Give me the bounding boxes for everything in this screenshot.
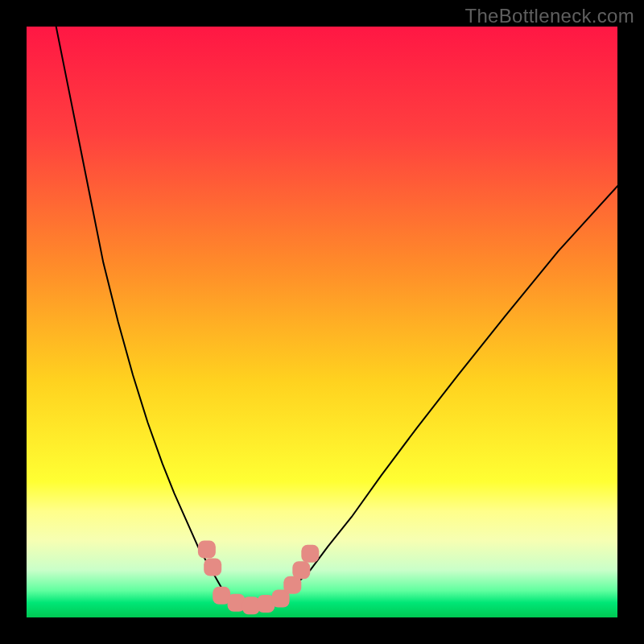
plot-area (27, 27, 617, 617)
marker-right-cluster-1 (292, 561, 310, 579)
chart-background (27, 27, 617, 617)
marker-left-cluster-0 (198, 541, 216, 559)
chart-svg (27, 27, 617, 617)
marker-left-cluster-1 (204, 559, 221, 576)
chart-frame: TheBottleneck.com (0, 0, 644, 644)
marker-right-cluster-2 (301, 545, 319, 563)
watermark-text: TheBottleneck.com (464, 5, 634, 27)
